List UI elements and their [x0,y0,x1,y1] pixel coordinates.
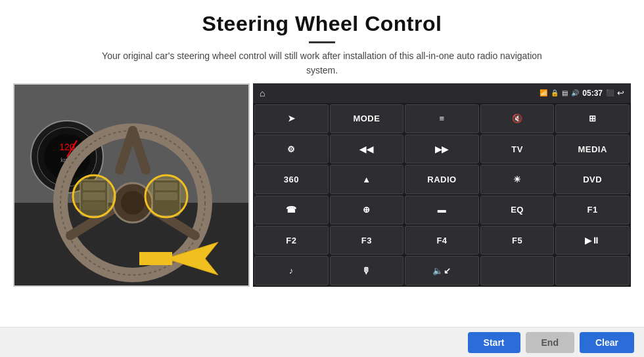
header-section: Steering Wheel Control Your original car… [0,0,644,83]
ctrl-btn-b20[interactable]: F1 [555,196,630,224]
button-grid: ➤MODE≡🔇⊞⚙◀◀▶▶TVMEDIA360▲RADIO☀DVD☎⊕▬EQF1… [253,103,631,287]
page-title: Steering Wheel Control [26,12,618,36]
ctrl-btn-b18[interactable]: ▬ [405,196,479,224]
start-button[interactable]: Start [468,332,520,353]
ctrl-btn-b29[interactable] [480,256,555,285]
ctrl-btn-b16[interactable]: ☎ [254,196,329,224]
ctrl-btn-b13[interactable]: RADIO [405,165,479,194]
ctrl-btn-b12[interactable]: ▲ [330,165,404,194]
btn-icon-b14: ☀ [513,175,522,184]
btn-icon-b16: ☎ [286,205,297,215]
btn-icon-b17: ⊕ [363,205,371,215]
btn-icon-b20: F1 [587,205,598,215]
ctrl-btn-b26[interactable]: ♪ [254,256,329,285]
end-button[interactable]: End [526,332,574,353]
ctrl-btn-b28[interactable]: 🔈↙ [405,256,479,285]
svg-point-15 [121,191,145,215]
ctrl-btn-b25[interactable]: ▶⏸ [555,226,630,255]
btn-icon-b11: 360 [284,175,299,184]
btn-icon-b27: 🎙 [362,266,371,276]
btn-icon-b5: ⊞ [589,114,597,123]
btn-icon-b13: RADIO [427,175,456,184]
btn-icon-b10: MEDIA [578,144,607,154]
ctrl-btn-b19[interactable]: EQ [480,196,555,224]
status-left: ⌂ [260,88,265,98]
btn-icon-b15: DVD [583,175,602,184]
btn-icon-b22: F3 [361,236,372,245]
btn-icon-b19: EQ [511,205,524,215]
back-icon[interactable]: ↩ [617,88,624,98]
ctrl-btn-b2[interactable]: MODE [330,104,404,133]
btn-icon-b4: 🔇 [512,114,523,123]
bottom-bar: Start End Clear [0,327,644,357]
content-area: 120 km/h [0,83,644,327]
ctrl-btn-b15[interactable]: DVD [555,165,630,194]
ctrl-btn-b14[interactable]: ☀ [480,165,555,194]
ctrl-btn-b7[interactable]: ◀◀ [330,135,404,163]
btn-icon-b28: 🔈↙ [432,266,451,276]
ctrl-btn-b11[interactable]: 360 [254,165,329,194]
lock-icon: 🔒 [551,89,559,96]
svg-rect-30 [139,252,172,265]
btn-icon-b18: ▬ [438,205,447,215]
screen-icon: ⬛ [606,89,614,96]
ctrl-btn-b3[interactable]: ≡ [405,104,479,133]
ctrl-btn-b5[interactable]: ⊞ [555,104,630,133]
car-image: 120 km/h [13,83,250,287]
time-display: 05:37 [582,89,603,98]
ctrl-btn-b4[interactable]: 🔇 [480,104,555,133]
status-bar: ⌂ 📶 🔒 ▤ 🔊 05:37 ⬛ ↩ [253,83,631,103]
title-divider [309,41,335,43]
btn-icon-b21: F2 [286,236,296,245]
sd-icon: ▤ [562,89,568,96]
ctrl-btn-b30[interactable] [555,256,630,285]
btn-icon-b12: ▲ [362,175,371,184]
ctrl-btn-b10[interactable]: MEDIA [555,135,630,163]
subtitle: Your original car's steering wheel contr… [92,49,552,78]
ctrl-btn-b21[interactable]: F2 [254,226,329,255]
ctrl-btn-b22[interactable]: F3 [330,226,404,255]
btn-icon-b6: ⚙ [287,144,296,154]
btn-icon-b26: ♪ [289,266,294,276]
btn-icon-b24: F5 [512,236,522,245]
bt-icon: 🔊 [571,89,579,96]
btn-icon-b23: F4 [436,236,447,245]
svg-point-27 [73,175,115,217]
ctrl-btn-b6[interactable]: ⚙ [254,135,329,163]
ctrl-btn-b9[interactable]: TV [480,135,555,163]
btn-icon-b2: MODE [353,114,380,123]
ctrl-btn-b1[interactable]: ➤ [254,104,329,133]
page-container: Steering Wheel Control Your original car… [0,0,644,357]
home-icon[interactable]: ⌂ [260,88,265,98]
btn-icon-b7: ◀◀ [359,144,373,154]
ctrl-btn-b27[interactable]: 🎙 [330,256,404,285]
ctrl-btn-b24[interactable]: F5 [480,226,555,255]
btn-icon-b3: ≡ [439,114,444,123]
svg-point-28 [145,175,187,217]
btn-icon-b25: ▶⏸ [585,236,601,245]
ctrl-btn-b23[interactable]: F4 [405,226,479,255]
ctrl-btn-b17[interactable]: ⊕ [330,196,404,224]
btn-icon-b1: ➤ [288,114,296,123]
btn-icon-b9: TV [511,144,523,154]
ctrl-btn-b8[interactable]: ▶▶ [405,135,479,163]
clear-button[interactable]: Clear [580,332,634,353]
status-right: 📶 🔒 ▤ 🔊 05:37 ⬛ ↩ [540,88,624,98]
control-panel: ⌂ 📶 🔒 ▤ 🔊 05:37 ⬛ ↩ ➤MODE≡🔇⊞⚙◀◀▶▶TVMEDIA… [253,83,631,287]
btn-icon-b8: ▶▶ [435,144,449,154]
wifi-icon: 📶 [540,89,547,96]
